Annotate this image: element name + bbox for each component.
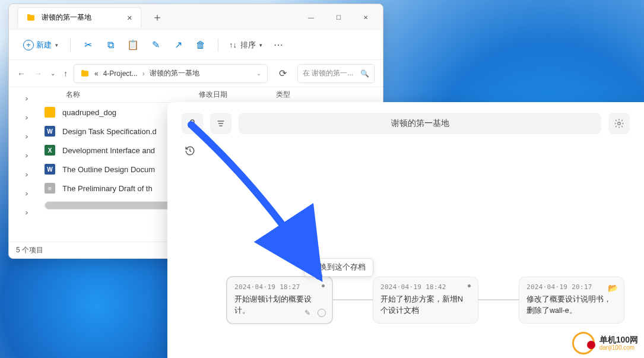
timestamp: 2024·04·19 20:17	[526, 283, 617, 291]
col-type[interactable]: 类型	[276, 90, 290, 100]
plus-icon: +	[23, 40, 34, 50]
tab-title: 谢顿的第一基地	[42, 12, 91, 23]
select-circle[interactable]	[318, 309, 326, 317]
word-icon: W	[45, 164, 55, 175]
description: 开始了初步方案，新增N个设计文档	[380, 294, 471, 316]
new-button[interactable]: + 新建 ▾	[18, 36, 63, 54]
copy-button[interactable]: ⧉	[100, 35, 120, 55]
timestamp: 2024·04·19 18:27	[234, 283, 325, 291]
file-name: Development Interface and	[62, 146, 155, 155]
folder-open-icon[interactable]: 📂	[608, 283, 618, 293]
nav-pane[interactable]: › › › › › › ›	[9, 87, 45, 242]
status-dot	[322, 284, 325, 287]
app-title[interactable]: 谢顿的第一基地	[239, 113, 601, 134]
separator	[70, 39, 71, 52]
bc-level1[interactable]: 4-Project...	[103, 69, 138, 78]
file-name: The Preliminary Draft of th	[62, 184, 153, 193]
edit-icon[interactable]: ✎	[304, 309, 313, 317]
svg-point-4	[618, 122, 621, 125]
profile-button[interactable]	[182, 113, 203, 134]
archive-app-window: 谢顿的第一基地 2024·04·19 18:27开始谢顿计划的概要设计。✎202…	[167, 102, 644, 358]
folder-icon	[45, 107, 55, 118]
minimize-button[interactable]: —	[297, 7, 325, 28]
col-name[interactable]: 名称	[45, 90, 199, 100]
watermark: 单机100网 danji100.com	[572, 332, 638, 354]
archive-card[interactable]: 2024·04·19 18:27开始谢顿计划的概要设计。✎	[227, 277, 332, 324]
sort-button[interactable]: ↑↓ 排序 ▾	[226, 40, 266, 50]
more-button[interactable]: ⋯	[268, 35, 288, 55]
paste-button[interactable]: 📋	[123, 35, 143, 55]
share-button[interactable]: ↗	[168, 35, 188, 55]
back-button[interactable]: ←	[17, 69, 26, 78]
new-label: 新建	[36, 40, 52, 50]
file-name: The Outline Design Docum	[62, 165, 155, 174]
file-name: Design Task Specification.d	[62, 127, 157, 136]
forward-button[interactable]: →	[34, 69, 42, 78]
maximize-button[interactable]: ☐	[325, 7, 352, 28]
history-button[interactable]	[182, 142, 198, 159]
tree-expand-icon[interactable]: ›	[26, 189, 28, 198]
bc-level2[interactable]: 谢顿的第一基地	[150, 68, 199, 78]
folder-icon	[26, 13, 36, 23]
sort-label: 排序	[240, 40, 256, 50]
sort-icon: ↑↓	[229, 40, 237, 49]
bc-root: «	[94, 69, 99, 78]
chevron-down-icon: ▾	[259, 42, 262, 48]
delete-button[interactable]: 🗑	[191, 35, 211, 55]
chevron-down-icon[interactable]: ⌄	[256, 70, 261, 77]
svg-point-0	[191, 120, 194, 123]
close-tab-icon[interactable]: ×	[127, 12, 132, 23]
timeline: 2024·04·19 18:27开始谢顿计划的概要设计。✎2024·04·19 …	[227, 277, 644, 324]
recent-button[interactable]: ⌄	[50, 70, 55, 77]
watermark-url: danji100.com	[599, 344, 638, 351]
archive-card[interactable]: 2024·04·19 20:17修改了概要设计说明书，删除了wall-e。📂	[519, 277, 624, 324]
chevron-right-icon: ›	[142, 69, 145, 78]
title-bar[interactable]: 谢顿的第一基地 × ＋ — ☐ ✕	[9, 4, 383, 30]
tooltip: 切换到这个存档	[304, 258, 373, 277]
up-button[interactable]: ↑	[64, 69, 68, 78]
menu-button[interactable]	[210, 113, 231, 134]
timeline-connector	[478, 299, 519, 300]
tree-expand-icon[interactable]: ›	[26, 208, 28, 217]
refresh-button[interactable]: ⟳	[274, 65, 291, 83]
timeline-connector	[332, 299, 373, 300]
tree-expand-icon[interactable]: ›	[26, 113, 28, 122]
search-icon: 🔍	[360, 69, 369, 78]
window-tab[interactable]: 谢顿的第一基地 ×	[17, 7, 141, 27]
folder-icon	[80, 69, 90, 78]
col-date[interactable]: 修改日期	[199, 90, 276, 100]
nav-bar: ← → ⌄ ↑ « 4-Project... › 谢顿的第一基地 ⌄ ⟳ 在 谢…	[9, 60, 383, 87]
tree-expand-icon[interactable]: ›	[26, 170, 28, 179]
tree-expand-icon[interactable]: ›	[26, 132, 28, 141]
column-headers[interactable]: 名称 修改日期 类型	[45, 87, 383, 103]
separator	[218, 39, 218, 52]
watermark-title: 单机100网	[599, 335, 638, 344]
menu-icon	[216, 119, 226, 128]
search-placeholder: 在 谢顿的第一...	[303, 68, 353, 78]
rename-button[interactable]: ✎	[145, 35, 166, 55]
word-icon: W	[45, 126, 55, 137]
file-name: quadruped_dog	[62, 108, 116, 117]
excel-icon: X	[45, 145, 55, 156]
tree-expand-icon[interactable]: ›	[26, 94, 28, 103]
tree-expand-icon[interactable]: ›	[26, 151, 28, 160]
settings-button[interactable]	[608, 113, 630, 134]
history-icon	[185, 145, 195, 156]
item-count: 5 个项目	[16, 245, 43, 255]
close-button[interactable]: ✕	[352, 7, 379, 28]
archive-card[interactable]: 2024·04·19 18:42开始了初步方案，新增N个设计文档	[373, 277, 478, 324]
new-tab-button[interactable]: ＋	[148, 8, 166, 26]
user-icon	[187, 118, 198, 129]
status-dot	[468, 284, 471, 287]
description: 修改了概要设计说明书，删除了wall-e。	[526, 294, 617, 316]
search-input[interactable]: 在 谢顿的第一... 🔍	[297, 64, 375, 83]
chevron-down-icon: ▾	[55, 42, 58, 48]
cut-button[interactable]: ✂	[78, 35, 98, 55]
gear-icon	[614, 118, 624, 129]
txt-icon: ≡	[45, 183, 55, 194]
toolbar: + 新建 ▾ ✂ ⧉ 📋 ✎ ↗ 🗑 ↑↓ 排序 ▾ ⋯	[9, 30, 383, 60]
watermark-icon	[572, 332, 595, 354]
breadcrumb[interactable]: « 4-Project... › 谢顿的第一基地 ⌄	[74, 64, 268, 83]
timestamp: 2024·04·19 18:42	[380, 283, 471, 291]
